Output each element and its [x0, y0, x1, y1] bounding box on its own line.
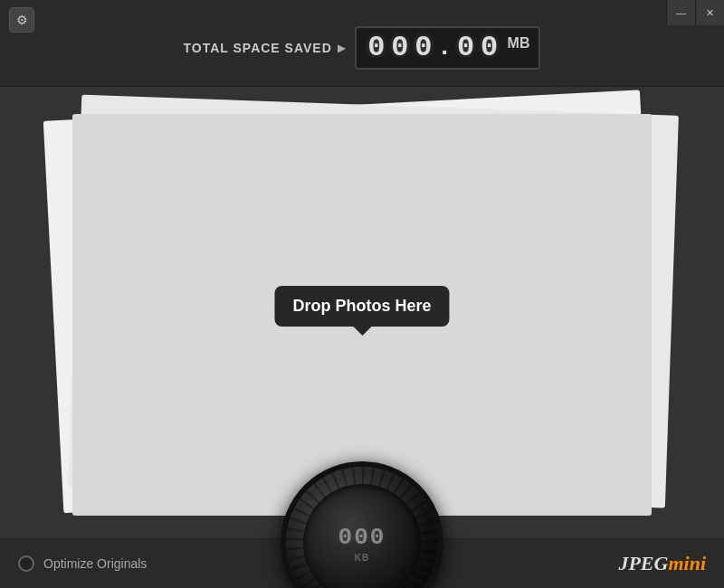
optimize-checkbox[interactable]: Optimize Originals [18, 555, 147, 572]
unit-label: MB [508, 35, 530, 52]
checkbox-circle[interactable] [18, 555, 34, 572]
total-space-saved-label: TOTAL SPACE SAVED [184, 41, 332, 55]
brand-jpeg: JPEG [618, 552, 668, 574]
digit-1: 0 [366, 33, 387, 62]
brand-logo: JPEGmini [618, 552, 706, 575]
arrow-icon: ▶ [338, 42, 346, 54]
digit-2: 0 [389, 33, 411, 62]
digit-3: 0 [413, 33, 434, 62]
main-area[interactable]: Drop Photos Here 000 KB CHOOSE Optimize … [0, 86, 724, 588]
settings-button[interactable]: ⚙ [9, 7, 34, 33]
drop-tooltip-text: Drop Photos Here [292, 297, 431, 315]
counter-label: TOTAL SPACE SAVED ▶ [184, 41, 346, 55]
minimize-button[interactable]: — [666, 0, 695, 25]
knob-unit: KB [355, 553, 369, 563]
header: TOTAL SPACE SAVED ▶ 0 0 0 . 0 0 MB [0, 0, 724, 86]
gear-icon: ⚙ [16, 13, 28, 27]
optimize-label: Optimize Originals [43, 556, 147, 571]
knob-display: 000 [338, 524, 386, 551]
decimal-dot: . [437, 35, 452, 61]
knob-container[interactable]: 000 KB CHOOSE [281, 461, 443, 588]
drop-tooltip: Drop Photos Here [274, 286, 449, 327]
title-bar: — ✕ [666, 0, 724, 25]
digit-4: 0 [455, 33, 477, 62]
counter-display: 0 0 0 . 0 0 MB [355, 26, 541, 70]
digit-5: 0 [479, 33, 500, 62]
knob-outer[interactable]: 000 KB CHOOSE [281, 461, 443, 588]
brand-mini: mini [668, 552, 706, 574]
drop-zone[interactable]: Drop Photos Here [63, 105, 661, 516]
counter-container: TOTAL SPACE SAVED ▶ 0 0 0 . 0 0 MB [184, 26, 541, 70]
close-button[interactable]: ✕ [695, 0, 724, 25]
